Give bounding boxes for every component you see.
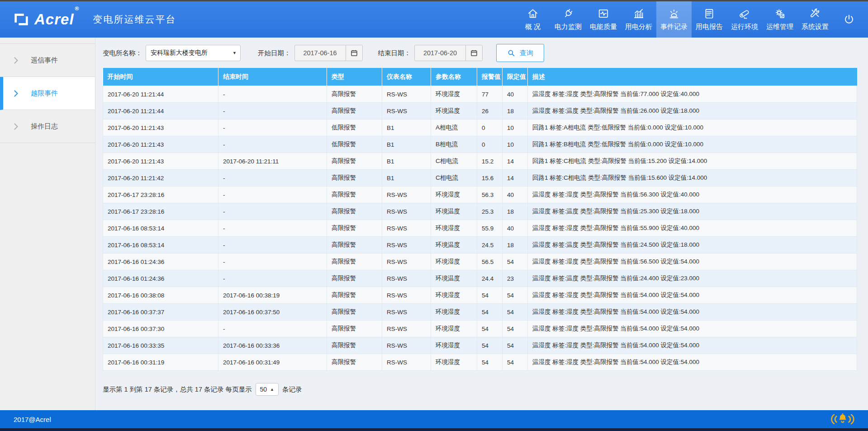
column-header: 仪表名称: [382, 68, 431, 86]
station-select-value: 安科瑞新大楼变电所: [151, 49, 208, 57]
pagination-summary: 显示第 1 到第 17 条记录，总共 17 条记录 每页显示: [103, 385, 252, 394]
table-row: 2017-06-16 01:24:36-高限报警RS-WS环境温度24.423温…: [103, 270, 857, 287]
table-cell: 2017-06-16 00:37:50: [218, 304, 327, 321]
table-cell: 2017-06-16 00:31:49: [218, 354, 327, 371]
power-logout-button[interactable]: [833, 1, 865, 38]
chevron-right-icon: [14, 90, 18, 97]
table-cell: 高限报警: [327, 86, 382, 103]
table-cell: 54: [477, 321, 503, 337]
sidebar-item-remote-signal-events[interactable]: 遥信事件: [0, 44, 95, 77]
nav-item-label: 用电报告: [696, 23, 723, 31]
nav-item-overview[interactable]: 概 况: [515, 1, 550, 38]
table-row: 2017-06-16 00:37:372017-06-16 00:37:50高限…: [103, 304, 857, 321]
table-cell: 高限报警: [327, 220, 382, 237]
nav-item-system-settings[interactable]: 系统设置: [797, 1, 833, 38]
table-cell: 2017-06-16 00:37:37: [103, 304, 218, 321]
table-cell: B1: [382, 153, 431, 170]
table-cell: 2017-06-16 01:24:36: [103, 270, 218, 287]
nav-item-power-analysis[interactable]: 用电分析: [621, 1, 656, 38]
table-cell: 56.5: [477, 254, 503, 270]
table-cell: RS-WS: [382, 270, 431, 287]
table-cell: -: [218, 321, 327, 337]
table-cell: 2017-06-16 00:33:36: [218, 337, 327, 354]
table-cell: 回路1 标签:A相电流 类型:低限报警 当前值:0.000 设定值:10.000: [528, 120, 857, 136]
table-cell: 54: [503, 321, 528, 337]
table-cell: -: [218, 120, 327, 136]
table-cell: RS-WS: [382, 86, 431, 103]
table-cell: 环境温度: [431, 270, 477, 287]
table-cell: 高限报警: [327, 153, 382, 170]
nav-item-label: 系统设置: [802, 23, 829, 31]
start-date-calendar-button[interactable]: [346, 45, 362, 61]
table-row: 2017-06-16 00:31:192017-06-16 00:31:49高限…: [103, 354, 857, 371]
start-date-input[interactable]: 2017-06-16: [294, 45, 363, 61]
table-cell: B1: [382, 170, 431, 187]
nav-item-operating-environment[interactable]: 运行环境: [727, 1, 762, 38]
table-cell: B1: [382, 136, 431, 153]
table-row: 2017-06-20 11:21:43-低限报警B1A相电流010回路1 标签:…: [103, 120, 857, 136]
table-cell: 环境湿度: [431, 287, 477, 304]
query-button[interactable]: 查询: [496, 44, 544, 62]
column-header: 参数名称: [431, 68, 477, 86]
alarm-bell-button[interactable]: [831, 412, 854, 426]
calendar-icon: [350, 49, 358, 57]
table-cell: 2017-06-16 00:38:19: [218, 287, 327, 304]
table-cell: 40: [503, 187, 528, 203]
table-row: 2017-06-16 00:38:082017-06-16 00:38:19高限…: [103, 287, 857, 304]
nav-item-power-quality[interactable]: 电能质量: [586, 1, 621, 38]
table-cell: 54: [503, 304, 528, 321]
end-date-input[interactable]: 2017-06-20: [414, 45, 483, 61]
nav-item-om-management[interactable]: 运维管理: [762, 1, 797, 38]
table-cell: 环境湿度: [431, 304, 477, 321]
nav-item-label: 电能质量: [590, 23, 617, 31]
table-cell: 环境温度: [431, 203, 477, 220]
power-icon: [843, 14, 855, 25]
table-cell: RS-WS: [382, 304, 431, 321]
search-icon: [507, 49, 516, 57]
home-icon: [527, 8, 539, 19]
table-cell: 环境湿度: [431, 354, 477, 371]
table-cell: 14: [503, 170, 528, 187]
page-title: 变电所运维云平台: [93, 13, 176, 26]
table-cell: -: [218, 103, 327, 120]
table-row: 2017-06-16 08:53:14-高限报警RS-WS环境湿度55.940温…: [103, 220, 857, 237]
end-date-label: 结束日期：: [378, 49, 411, 57]
table-cell: 高限报警: [327, 203, 382, 220]
table-cell: C相电流: [431, 170, 477, 187]
page-size-select[interactable]: 50 ▲: [256, 383, 279, 396]
sidebar-item-limit-violation-events[interactable]: 越限事件: [0, 77, 95, 110]
table-cell: 10: [503, 136, 528, 153]
table-cell: RS-WS: [382, 254, 431, 270]
nav-item-event-records[interactable]: 事件记录: [656, 1, 692, 38]
table-cell: 54: [503, 287, 528, 304]
nav-item-power-report[interactable]: 用电报告: [692, 1, 727, 38]
table-cell: 温湿度 标签:湿度 类型:高限报警 当前值:54.000 设定值:54.000: [528, 337, 857, 354]
table-cell: 高限报警: [327, 254, 382, 270]
report-icon: [703, 8, 715, 19]
brand: Acrel® 变电所运维云平台: [13, 1, 176, 38]
table-cell: 24.5: [477, 237, 503, 254]
table-cell: 18: [503, 103, 528, 120]
table-cell: 2017-06-16 00:31:19: [103, 354, 218, 371]
station-select[interactable]: 安科瑞新大楼变电所 ▼: [146, 45, 241, 61]
table-cell: 2017-06-16 00:37:30: [103, 321, 218, 337]
nav-item-label: 事件记录: [660, 23, 688, 31]
table-cell: 环境湿度: [431, 220, 477, 237]
table-cell: -: [218, 220, 327, 237]
table-cell: 25.3: [477, 203, 503, 220]
nav-item-power-monitoring[interactable]: 电力监测: [550, 1, 586, 38]
table-cell: B相电流: [431, 136, 477, 153]
table-cell: 2017-06-20 11:21:44: [103, 86, 218, 103]
table-cell: 温湿度 标签:湿度 类型:高限报警 当前值:54.000 设定值:54.000: [528, 304, 857, 321]
dropup-arrow-icon: ▲: [270, 387, 274, 392]
sidebar-item-operation-log[interactable]: 操作日志: [0, 110, 95, 143]
table-cell: 2017-06-17 23:28:16: [103, 187, 218, 203]
table-cell: C相电流: [431, 153, 477, 170]
table-cell: -: [218, 254, 327, 270]
table-cell: RS-WS: [382, 237, 431, 254]
nav-item-label: 电力监测: [555, 23, 582, 31]
table-cell: 26: [477, 103, 503, 120]
table-cell: -: [218, 270, 327, 287]
end-date-calendar-button[interactable]: [465, 45, 482, 61]
table-cell: 低限报警: [327, 136, 382, 153]
